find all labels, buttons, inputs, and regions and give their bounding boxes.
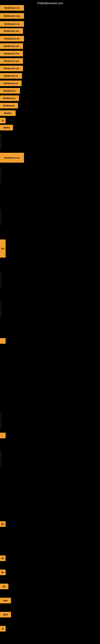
bottleneck-button-3[interactable]: Bottleneck res: [0, 21, 24, 27]
bottleneck-button-12[interactable]: Bottleneck r: [0, 88, 20, 94]
bottleneck-button-6[interactable]: Bottleneck res: [0, 43, 23, 49]
bottleneck-button-17[interactable]: Bottle: [0, 125, 13, 130]
bottleneck-button-15[interactable]: Bottlen: [0, 110, 16, 116]
bottleneck-button-1[interactable]: Bottleneck res: [0, 5, 24, 11]
bottleneck-button-7[interactable]: Bottleneck res: [0, 51, 23, 56]
bottleneck-button-22[interactable]: Bo: [0, 521, 6, 527]
bottleneck-button-13[interactable]: Bottleneck r: [0, 96, 19, 101]
bottleneck-button-11[interactable]: Bottleneck re: [0, 80, 22, 86]
vertical-line-7: [0, 451, 1, 467]
bottleneck-button-27[interactable]: Bott: [0, 612, 11, 618]
bottleneck-button-23[interactable]: Bc: [0, 556, 6, 561]
bottleneck-button-25[interactable]: Bo: [0, 584, 8, 589]
bottleneck-button-8[interactable]: Bottleneck res: [0, 58, 23, 64]
vertical-line-5: [0, 302, 1, 318]
bottleneck-button-24[interactable]: Bc: [0, 570, 6, 575]
bottleneck-button-20[interactable]: [0, 338, 6, 344]
vertical-line-2: [0, 167, 1, 183]
bottleneck-button-2[interactable]: Bottleneck resu: [0, 13, 24, 19]
bottleneck-button-4[interactable]: Bottleneck res: [0, 28, 23, 34]
bottleneck-button-26[interactable]: Bott: [0, 598, 11, 603]
site-title: TheBottlenecker.com: [37, 2, 63, 5]
bottleneck-button-16[interactable]: B: [0, 118, 6, 123]
bottleneck-button-19[interactable]: Bo: [0, 240, 6, 258]
bottleneck-button-18[interactable]: Bottleneck res: [0, 153, 24, 162]
vertical-line-3: [0, 209, 1, 226]
bottleneck-button-14[interactable]: Bottleneck: [0, 103, 18, 108]
bottleneck-button-28[interactable]: B: [0, 626, 6, 632]
vertical-line-6: [0, 412, 1, 429]
bottleneck-button-21[interactable]: [0, 433, 6, 438]
bottleneck-button-10[interactable]: Bottleneck re: [0, 73, 22, 79]
bottleneck-button-5[interactable]: Bottleneck res: [0, 36, 24, 42]
vertical-line-1: [0, 133, 1, 149]
vertical-line-4: [0, 272, 1, 288]
bottleneck-button-9[interactable]: Bottleneck res: [0, 66, 23, 71]
